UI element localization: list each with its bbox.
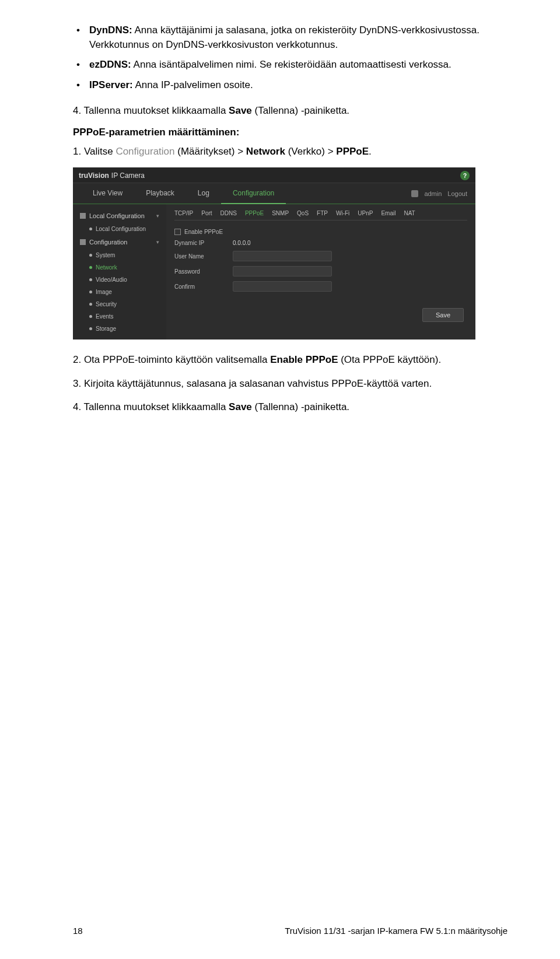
embedded-screenshot: truVision IP Camera ? Live View Playback… [73,167,475,340]
tab-nat[interactable]: NAT [404,210,415,216]
sidebar-group-config[interactable]: Configuration ▾ [73,235,166,249]
nav-configuration[interactable]: Configuration [221,183,286,204]
bullet-dyndns: DynDNS: Anna käyttäjänimi ja salasana, j… [73,23,508,52]
step-4a: 4. Tallenna muutokset klikkaamalla Save … [73,103,508,118]
logout-link[interactable]: Logout [447,190,467,197]
current-user: admin [424,190,442,197]
enable-pppoe-label: Enable PPPoE [184,229,223,235]
label-password: Password [174,268,233,275]
wrench-icon [80,239,86,245]
shot-header: truVision IP Camera ? [73,167,475,183]
sidebar-item-system[interactable]: System [73,249,166,261]
tab-upnp[interactable]: UPnP [358,210,373,216]
tab-bar: TCP/IP Port DDNS PPPoE SNMP QoS FTP Wi-F… [174,210,467,220]
step-3: 3. Kirjoita käyttäjätunnus, salasana ja … [73,376,508,391]
bullet-dyndns-text: Anna käyttäjänimi ja salasana, jotka on … [89,24,480,50]
row-password: Password [174,266,467,276]
user-icon [411,190,418,197]
row-confirm: Confirm [174,281,467,292]
step-1: 1. Valitse Configuration (Määritykset) >… [73,144,508,159]
tab-email[interactable]: Email [381,210,396,216]
page-footer: 18 TruVision 11/31 -sarjan IP-kamera FW … [73,926,508,936]
enable-pppoe-checkbox[interactable] [174,229,181,235]
sidebar-item-image[interactable]: Image [73,286,166,298]
sidebar-item-local-config[interactable]: Local Configuration [73,223,166,235]
step-4b: 4. Tallenna muutokset klikkaamalla Save … [73,400,508,415]
chevron-down-icon: ▾ [156,213,159,219]
sidebar: Local Configuration ▾ Local Configuratio… [73,204,166,340]
value-dynamic-ip: 0.0.0.0 [233,240,251,246]
input-password[interactable] [233,266,332,276]
content-area: TCP/IP Port DDNS PPPoE SNMP QoS FTP Wi-F… [166,204,475,340]
row-enable-pppoe: Enable PPPoE [174,229,467,235]
nav-playback[interactable]: Playback [134,183,186,204]
tab-wifi[interactable]: Wi-Fi [336,210,349,216]
sidebar-group-local[interactable]: Local Configuration ▾ [73,209,166,223]
help-icon[interactable]: ? [460,171,470,180]
tab-port[interactable]: Port [201,210,212,216]
brand: truVision IP Camera [79,172,145,180]
sidebar-item-video-audio[interactable]: Video/Audio [73,274,166,286]
row-dynamic-ip: Dynamic IP 0.0.0.0 [174,240,467,246]
folder-icon [80,213,86,219]
bullet-ipserver: IPServer: Anna IP-palvelimen osoite. [73,78,508,93]
nav-live-view[interactable]: Live View [81,183,134,204]
sidebar-item-events[interactable]: Events [73,310,166,323]
sidebar-item-security[interactable]: Security [73,298,166,310]
nav-log[interactable]: Log [186,183,221,204]
input-username[interactable] [233,251,332,261]
section-heading-pppoe: PPPoE-parametrien määrittäminen: [73,127,508,138]
chevron-down-icon: ▾ [156,239,159,245]
bullet-ezddns-text: Anna isäntäpalvelimen nimi. Se rekisterö… [131,59,452,70]
sidebar-item-network[interactable]: Network [73,261,166,274]
tab-pppoe[interactable]: PPPoE [245,210,264,216]
bullet-ipserver-label: IPServer: [89,79,133,90]
doc-title: TruVision 11/31 -sarjan IP-kamera FW 5.1… [285,926,508,936]
save-button[interactable]: Save [422,308,464,322]
row-username: User Name [174,251,467,261]
tab-ftp[interactable]: FTP [317,210,328,216]
label-dynamic-ip: Dynamic IP [174,240,233,246]
tab-ddns[interactable]: DDNS [220,210,237,216]
top-nav: Live View Playback Log Configuration adm… [73,183,475,204]
tab-tcpip[interactable]: TCP/IP [174,210,193,216]
tab-snmp[interactable]: SNMP [272,210,289,216]
tab-qos[interactable]: QoS [297,210,309,216]
label-confirm: Confirm [174,284,233,290]
bullet-ezddns: ezDDNS: Anna isäntäpalvelimen nimi. Se r… [73,58,508,72]
sidebar-item-storage[interactable]: Storage [73,323,166,335]
page-number: 18 [73,926,83,936]
bullet-dyndns-label: DynDNS: [89,24,132,36]
bullet-ezddns-label: ezDDNS: [89,59,131,70]
label-username: User Name [174,253,233,260]
input-confirm[interactable] [233,281,332,292]
bullet-ipserver-text: Anna IP-palvelimen osoite. [133,79,253,90]
step-2: 2. Ota PPPoE-toiminto käyttöön valitsema… [73,352,508,368]
